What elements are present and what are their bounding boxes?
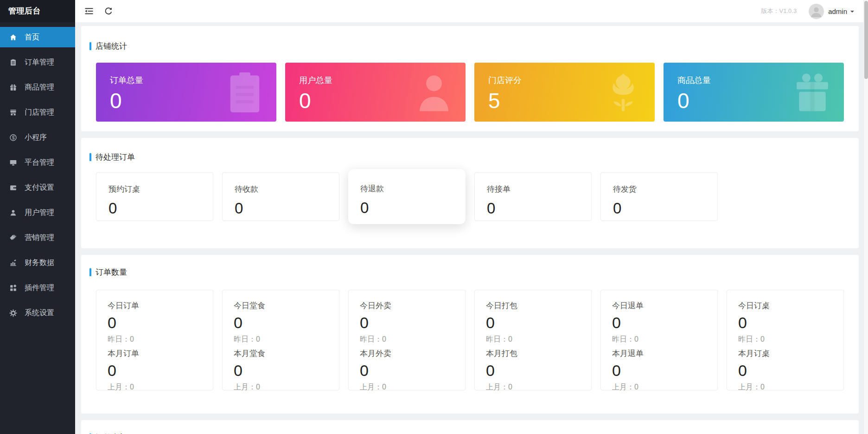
sidebar-item-orders[interactable]: 订单管理 xyxy=(0,52,75,72)
count-month-value: 0 xyxy=(234,361,328,380)
pending-label: 待接单 xyxy=(487,184,579,194)
chevron-down-icon[interactable] xyxy=(850,11,854,14)
count-month-value: 0 xyxy=(612,361,706,380)
stat-card-orders-total[interactable]: 订单总量 0 xyxy=(96,63,276,122)
count-month-label: 本月订桌 xyxy=(738,348,832,359)
pending-card-awaiting-payment[interactable]: 待收款 0 xyxy=(222,172,339,221)
avatar-user-icon xyxy=(809,4,824,19)
count-yesterday: 昨日：0 xyxy=(234,335,328,344)
count-last-month: 上月：0 xyxy=(360,382,454,392)
topbar-right: 版本：V1.0.3 admin xyxy=(761,4,854,19)
count-card-today-refunds[interactable]: 今日退单 0 昨日：0 本月退单 0 上月：0 xyxy=(600,290,718,390)
sidebar-item-stores[interactable]: 门店管理 xyxy=(0,102,75,123)
section-title: 待处理订单 xyxy=(96,152,135,162)
sidebar-item-label: 订单管理 xyxy=(25,58,54,67)
order-counts-cards: 今日订单 0 昨日：0 本月订单 0 上月：0 今日堂食 0 昨日：0 本月堂食… xyxy=(96,290,844,390)
plugin-icon xyxy=(9,284,17,292)
vertical-scrollbar[interactable] xyxy=(863,0,868,434)
app-title: 管理后台 xyxy=(0,0,75,22)
count-label: 今日订单 xyxy=(108,300,202,311)
finance-icon xyxy=(9,259,17,267)
count-value: 0 xyxy=(486,313,580,332)
gift-icon xyxy=(794,72,831,112)
sidebar-item-home[interactable]: 首页 xyxy=(0,27,75,47)
sidebar-item-label: 营销管理 xyxy=(25,233,54,243)
sidebar-item-label: 系统设置 xyxy=(25,308,54,318)
home-icon xyxy=(9,33,17,41)
version-label: 版本：V1.0.3 xyxy=(761,7,797,15)
count-last-month: 上月：0 xyxy=(234,382,328,392)
sidebar-item-miniprogram[interactable]: 小程序 xyxy=(0,127,75,148)
scrollbar-thumb[interactable] xyxy=(864,1,868,79)
section-title: 店铺统计 xyxy=(96,41,127,52)
refresh-icon[interactable] xyxy=(104,6,113,16)
topbar: 版本：V1.0.3 admin xyxy=(75,0,868,22)
person-icon xyxy=(415,72,453,112)
sidebar-menu: 首页 订单管理 商品管理 门店管理 小程序 平台管理 支付设置 xyxy=(0,27,75,323)
pending-card-awaiting-refund[interactable]: 待退款 0 xyxy=(348,169,466,224)
panel-pending-orders: 待处理订单 预约订桌 0 待收款 0 待退款 0 待接单 0 待发货 0 xyxy=(81,138,859,248)
sidebar-item-marketing[interactable]: 营销管理 xyxy=(0,227,75,248)
count-last-month: 上月：0 xyxy=(108,382,202,392)
count-yesterday: 昨日：0 xyxy=(738,335,832,344)
sidebar-item-users[interactable]: 用户管理 xyxy=(0,202,75,223)
store-stats-cards: 订单总量 0 用户总量 0 门店评分 5 商品总量 0 xyxy=(96,63,844,122)
flower-icon xyxy=(605,72,642,112)
count-card-today-orders[interactable]: 今日订单 0 昨日：0 本月订单 0 上月：0 xyxy=(96,290,213,390)
sidebar-item-platform[interactable]: 平台管理 xyxy=(0,152,75,173)
pending-orders-cards: 预约订桌 0 待收款 0 待退款 0 待接单 0 待发货 0 xyxy=(96,172,844,224)
platform-icon xyxy=(9,159,17,167)
section-header: 订单金额 xyxy=(89,432,859,434)
sidebar: 管理后台 首页 订单管理 商品管理 门店管理 小程序 平台管理 支付 xyxy=(0,0,75,434)
collapse-menu-icon[interactable] xyxy=(84,6,94,16)
sidebar-item-label: 用户管理 xyxy=(25,208,54,218)
pending-card-awaiting-delivery[interactable]: 待发货 0 xyxy=(600,172,718,221)
sidebar-item-label: 门店管理 xyxy=(25,108,54,117)
count-card-today-takeout[interactable]: 今日外卖 0 昨日：0 本月外卖 0 上月：0 xyxy=(348,290,466,390)
avatar[interactable] xyxy=(809,4,824,19)
goods-icon xyxy=(9,84,17,91)
sidebar-item-label: 支付设置 xyxy=(25,183,54,193)
count-last-month: 上月：0 xyxy=(612,382,706,392)
count-label: 今日退单 xyxy=(612,300,706,311)
count-card-today-tables[interactable]: 今日订桌 0 昨日：0 本月订桌 0 上月：0 xyxy=(727,290,844,390)
count-label: 今日外卖 xyxy=(360,300,454,311)
count-card-today-dinein[interactable]: 今日堂食 0 昨日：0 本月堂食 0 上月：0 xyxy=(222,290,339,390)
sidebar-item-settings[interactable]: 系统设置 xyxy=(0,303,75,323)
section-accent-bar xyxy=(89,268,91,276)
payment-icon xyxy=(9,184,17,192)
count-label: 今日打包 xyxy=(486,300,580,311)
pending-label: 预约订桌 xyxy=(108,184,201,194)
count-yesterday: 昨日：0 xyxy=(108,335,202,344)
pending-card-reserve-table[interactable]: 预约订桌 0 xyxy=(96,172,213,221)
stat-card-users-total[interactable]: 用户总量 0 xyxy=(285,63,466,122)
user-icon xyxy=(9,209,17,217)
section-title: 订单数量 xyxy=(96,267,127,278)
user-menu-label[interactable]: admin xyxy=(828,7,847,15)
sidebar-item-label: 平台管理 xyxy=(25,158,54,168)
sidebar-item-label: 插件管理 xyxy=(25,283,54,293)
sidebar-item-label: 小程序 xyxy=(25,133,47,143)
count-card-today-packed[interactable]: 今日打包 0 昨日：0 本月打包 0 上月：0 xyxy=(474,290,592,390)
sidebar-item-label: 财务数据 xyxy=(25,258,54,268)
count-label: 今日堂食 xyxy=(234,300,328,311)
count-value: 0 xyxy=(234,313,328,332)
count-yesterday: 昨日：0 xyxy=(360,335,454,344)
marketing-icon xyxy=(9,234,17,242)
pending-label: 待发货 xyxy=(613,184,705,194)
stat-card-goods-total[interactable]: 商品总量 0 xyxy=(664,63,844,122)
count-label: 今日订桌 xyxy=(738,300,832,311)
count-last-month: 上月：0 xyxy=(738,382,832,392)
sidebar-item-payment[interactable]: 支付设置 xyxy=(0,177,75,198)
sidebar-item-plugins[interactable]: 插件管理 xyxy=(0,278,75,298)
pending-card-awaiting-accept[interactable]: 待接单 0 xyxy=(474,172,592,221)
stat-card-store-rating[interactable]: 门店评分 5 xyxy=(474,63,655,122)
sidebar-item-finance[interactable]: 财务数据 xyxy=(0,253,75,273)
sidebar-item-goods[interactable]: 商品管理 xyxy=(0,77,75,97)
count-yesterday: 昨日：0 xyxy=(486,335,580,344)
settings-icon xyxy=(9,309,17,317)
count-month-label: 本月打包 xyxy=(486,348,580,359)
pending-value: 0 xyxy=(613,200,705,217)
pending-value: 0 xyxy=(108,200,201,217)
count-month-value: 0 xyxy=(360,361,454,380)
